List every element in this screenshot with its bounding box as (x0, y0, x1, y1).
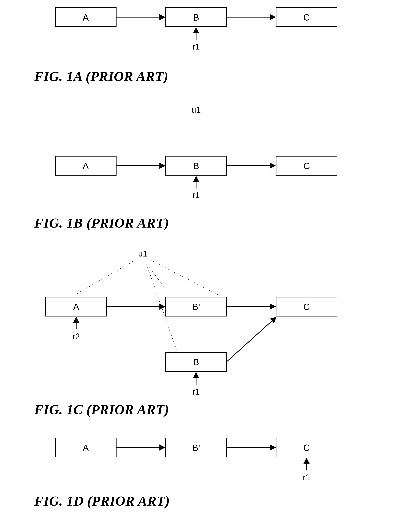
fig1d-caption: FIG. 1D (PRIOR ART) (34, 493, 170, 509)
fig1b-label-u1: u1 (192, 105, 201, 114)
fig1c-dashed-u1-bp-left (143, 259, 171, 296)
fig1c-box-a-label: A (73, 302, 79, 312)
fig-1c: u1 A B' C B r2 r1 (46, 249, 337, 396)
fig1c-arrow-b-c (226, 317, 276, 362)
fig1b-box-c-label: C (303, 161, 310, 171)
page: A B C r1 u1 A B C (0, 0, 420, 513)
fig1a-label-r1: r1 (192, 42, 200, 51)
fig1a-box-b-label: B (193, 12, 199, 23)
fig-1a: A B C r1 (55, 8, 337, 51)
fig1c-box-bprime-label: B' (192, 302, 200, 312)
fig1c-dashed-u1-a (72, 259, 137, 296)
fig1d-box-a-label: A (83, 443, 89, 453)
fig1c-label-r1: r1 (192, 387, 200, 396)
fig1c-label-u1: u1 (138, 249, 148, 258)
fig1d-box-bprime-label: B' (192, 443, 200, 453)
fig1d-label-r1: r1 (303, 473, 310, 482)
fig1c-box-c-label: C (303, 302, 310, 312)
fig1c-box-b-label: B (193, 357, 199, 367)
fig1c-dashed-u1-bp-right (149, 259, 221, 296)
fig1c-label-r2: r2 (72, 332, 80, 341)
fig-1b: u1 A B C r1 (55, 105, 337, 200)
fig1d-box-c-label: C (303, 443, 310, 453)
fig1c-caption: FIG. 1C (PRIOR ART) (34, 402, 169, 418)
fig1a-box-c-label: C (303, 12, 310, 23)
fig1b-label-r1: r1 (192, 190, 200, 200)
fig1a-caption: FIG. 1A (PRIOR ART) (34, 68, 168, 84)
fig1a-box-a-label: A (83, 12, 89, 23)
fig1b-caption: FIG. 1B (PRIOR ART) (34, 215, 169, 231)
fig1b-box-a-label: A (83, 161, 89, 171)
fig-1d: A B' C r1 (55, 438, 337, 482)
fig1b-box-b-label: B (193, 161, 199, 171)
